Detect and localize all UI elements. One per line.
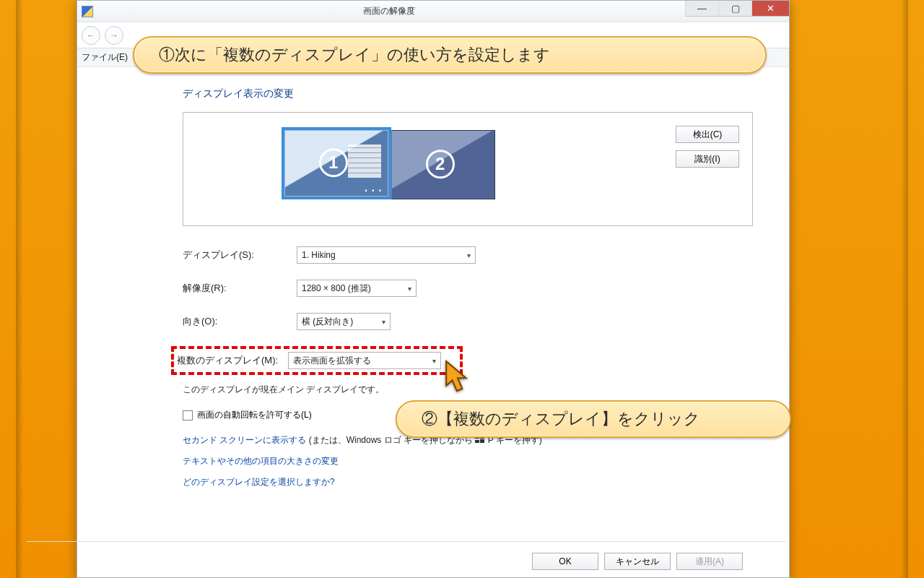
window-controls: — ▢ ✕ [685,1,789,22]
row-display: ディスプレイ(S): 1. Hiking▾ [183,246,753,264]
highlight-multi-display: 複数のディスプレイ(M): 表示画面を拡張する▾ [171,346,463,375]
monitor-preview: 1 • • • 2 検出(C) 識別(I) [183,112,753,226]
label-resolution: 解像度(R): [183,282,297,295]
svg-rect-3 [480,439,484,443]
page-heading: ディスプレイ表示の変更 [183,87,753,100]
monitor-2[interactable]: 2 [391,130,495,199]
dropdown-multi-display[interactable]: 表示画面を拡張する▾ [288,352,441,369]
close-button[interactable]: ✕ [751,1,789,17]
settings-window: 画面の解像度 — ▢ ✕ ← → ファイル(E) ディスプレイ表示の変更 1 •… [77,0,790,578]
apply-button[interactable]: 適用(A) [676,553,743,570]
label-orientation: 向き(O): [183,315,297,328]
cancel-button[interactable]: キャンセル [604,553,671,570]
link-which-display[interactable]: どのディスプレイ設定を選択しますか? [183,476,753,488]
ok-button[interactable]: OK [532,553,598,570]
forward-button[interactable]: → [105,26,123,45]
menu-file[interactable]: ファイル(E) [82,51,128,64]
dropdown-display[interactable]: 1. Hiking▾ [297,246,476,264]
monitor-1-badge: 1 [319,148,348,177]
auto-rotate-label: 画面の自動回転を許可する(L) [197,409,312,421]
dropdown-resolution[interactable]: 924 × 578 (推奨)▾ [297,280,417,297]
titlebar: 画面の解像度 — ▢ ✕ [77,1,789,22]
dialog-footer: OK キャンセル 適用(A) [532,553,743,570]
dropdown-orientation[interactable]: 横 (反対向き)▾ [297,313,391,330]
callout-step-1: ①次に「複数のディスプレイ」の使い方を設定します [133,36,767,74]
auto-rotate-checkbox[interactable] [183,410,193,420]
row-orientation: 向き(O): 横 (反対向き)▾ [183,313,753,330]
svg-rect-2 [475,440,479,443]
label-multi: 複数のディスプレイ(M): [177,354,288,367]
maximize-button[interactable]: ▢ [718,1,751,17]
row-resolution: 解像度(R): 924 × 578 (推奨)▾ [183,280,753,297]
label-display: ディスプレイ(S): [183,249,297,262]
monitor-1[interactable]: 1 • • • [282,127,391,199]
identify-button[interactable]: 識別(I) [676,150,739,168]
app-icon [82,6,93,17]
back-button[interactable]: ← [82,26,100,45]
detect-button[interactable]: 検出(C) [676,126,739,143]
link-textsize[interactable]: テキストやその他の項目の大きさの変更 [183,455,753,467]
main-display-note: このディスプレイが現在メイン ディスプレイです。 [183,384,753,396]
link-second-screen[interactable]: セカンド スクリーンに表示する [183,435,306,445]
minimize-button[interactable]: — [685,1,718,17]
window-title: 画面の解像度 [93,5,685,17]
callout-step-2: ②【複数のディスプレイ】をクリック [396,400,791,438]
monitor-2-badge: 2 [426,150,455,178]
